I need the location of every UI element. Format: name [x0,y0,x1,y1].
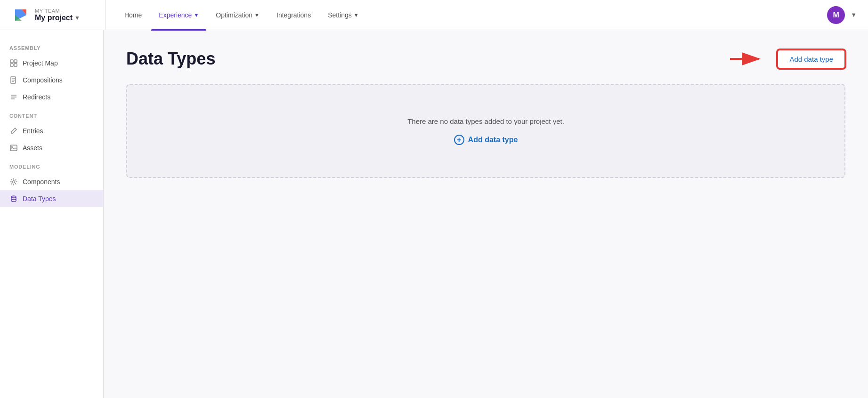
project-name[interactable]: My project ▼ [35,14,80,22]
sidebar: ASSEMBLY Project Map Compositions Redire… [0,30,104,398]
nav-home[interactable]: Home [117,8,149,23]
nav-integrations[interactable]: Integrations [269,8,318,23]
page-title: Data Types [126,49,215,69]
sidebar-label-project-map: Project Map [23,59,58,67]
gear-icon [9,178,18,186]
db-icon [9,195,18,203]
pen-icon [9,127,18,135]
sidebar-item-entries[interactable]: Entries [0,122,103,139]
nav-right: M ▼ [827,6,857,24]
sidebar-item-redirects[interactable]: Redirects [0,89,103,106]
sidebar-label-redirects: Redirects [23,93,50,101]
empty-message: There are no data types added to your pr… [407,117,564,125]
svg-rect-7 [14,64,17,66]
page-header: Data Types Add data type [126,49,845,69]
team-label: MY TEAM [35,8,80,14]
image-icon [9,144,18,152]
doc-icon [9,76,18,84]
sidebar-label-components: Components [23,178,60,186]
svg-rect-15 [10,145,17,151]
svg-rect-6 [10,64,13,66]
svg-rect-4 [10,60,13,63]
sidebar-item-compositions[interactable]: Compositions [0,72,103,89]
svg-point-18 [11,196,16,198]
project-dropdown-icon: ▼ [74,15,80,21]
svg-rect-5 [14,60,17,63]
sidebar-item-components[interactable]: Components [0,173,103,190]
add-data-type-button[interactable]: Add data type [777,49,845,69]
sidebar-label-assets: Assets [23,144,42,152]
sidebar-item-assets[interactable]: Assets [0,139,103,156]
sidebar-item-project-map[interactable]: Project Map [0,55,103,72]
nav-optimization[interactable]: Optimization ▼ [208,8,267,23]
sidebar-label-data-types: Data Types [23,195,56,203]
content-area: Data Types Add data type [104,30,868,398]
sidebar-label-compositions: Compositions [23,76,63,84]
nav-experience[interactable]: Experience ▼ [151,8,206,23]
empty-add-label: Add data type [468,136,518,144]
logo-icon [11,6,30,24]
lines-icon [9,93,18,101]
logo-text: MY TEAM My project ▼ [35,8,80,22]
main-nav: Home Experience ▼ Optimization ▼ Integra… [117,8,827,23]
experience-chevron-icon: ▼ [194,12,199,18]
section-label-modeling: MODELING [0,164,103,173]
sidebar-label-entries: Entries [23,127,43,135]
nav-settings[interactable]: Settings ▼ [320,8,366,23]
header-right: Add data type [728,49,845,69]
arrow-annotation [728,50,766,67]
section-label-content: CONTENT [0,113,103,122]
project-name-text: My project [35,14,73,22]
logo-area: MY TEAM My project ▼ [11,0,105,30]
main-layout: ASSEMBLY Project Map Compositions Redire… [0,30,868,398]
empty-add-link[interactable]: + Add data type [454,135,518,145]
red-arrow-icon [728,50,766,67]
optimization-chevron-icon: ▼ [254,12,260,18]
plus-circle-icon: + [454,135,464,145]
top-nav: MY TEAM My project ▼ Home Experience ▼ O… [0,0,868,30]
section-label-assembly: ASSEMBLY [0,45,103,55]
sidebar-item-data-types[interactable]: Data Types [0,190,103,207]
avatar[interactable]: M [827,6,845,24]
empty-state: There are no data types added to your pr… [126,84,845,178]
grid-icon [9,59,18,67]
svg-point-17 [13,181,15,183]
avatar-chevron-icon[interactable]: ▼ [851,11,857,18]
settings-chevron-icon: ▼ [354,12,359,18]
